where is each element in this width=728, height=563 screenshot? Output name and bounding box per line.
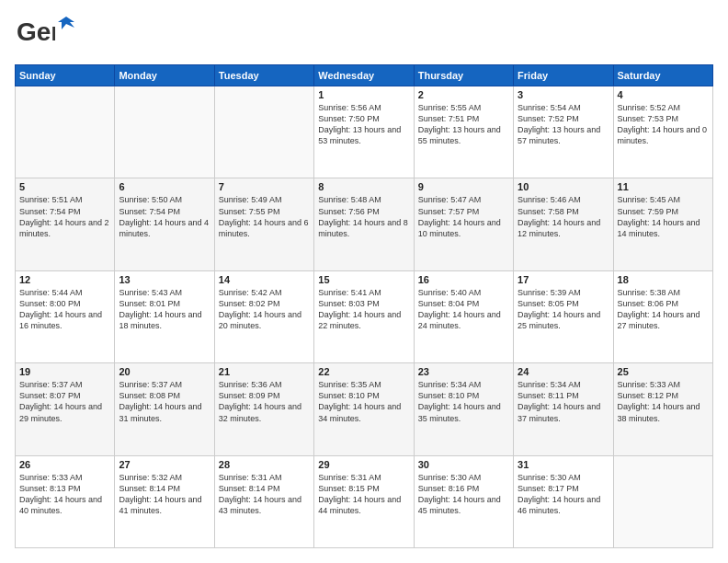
daylight-text: Daylight: 14 hours and 20 minutes.	[219, 309, 310, 331]
sunset-text: Sunset: 8:05 PM	[518, 298, 609, 309]
day-info: Sunrise: 5:46 AMSunset: 7:58 PMDaylight:…	[518, 194, 609, 239]
day-info: Sunrise: 5:31 AMSunset: 8:15 PMDaylight:…	[318, 472, 409, 517]
sunset-text: Sunset: 8:13 PM	[19, 483, 110, 494]
table-row: 7Sunrise: 5:49 AMSunset: 7:55 PMDaylight…	[214, 178, 313, 270]
day-info: Sunrise: 5:34 AMSunset: 8:10 PMDaylight:…	[418, 379, 509, 424]
daylight-text: Daylight: 14 hours and 31 minutes.	[119, 401, 210, 423]
sunset-text: Sunset: 7:50 PM	[318, 113, 409, 124]
logo: General	[15, 15, 55, 55]
day-number: 31	[518, 459, 609, 470]
day-info: Sunrise: 5:35 AMSunset: 8:10 PMDaylight:…	[318, 379, 409, 424]
col-saturday: Saturday	[613, 65, 712, 86]
table-row: 6Sunrise: 5:50 AMSunset: 7:54 PMDaylight…	[115, 178, 214, 270]
day-number: 2	[418, 89, 509, 100]
day-info: Sunrise: 5:39 AMSunset: 8:05 PMDaylight:…	[518, 287, 609, 332]
daylight-text: Daylight: 14 hours and 40 minutes.	[19, 494, 110, 516]
day-info: Sunrise: 5:56 AMSunset: 7:50 PMDaylight:…	[318, 102, 409, 147]
table-row: 23Sunrise: 5:34 AMSunset: 8:10 PMDayligh…	[414, 363, 513, 455]
day-info: Sunrise: 5:54 AMSunset: 7:52 PMDaylight:…	[518, 102, 609, 147]
sunrise-text: Sunrise: 5:56 AM	[318, 102, 409, 113]
sunset-text: Sunset: 8:07 PM	[19, 390, 110, 401]
table-row: 8Sunrise: 5:48 AMSunset: 7:56 PMDaylight…	[314, 178, 414, 270]
daylight-text: Daylight: 14 hours and 0 minutes.	[618, 124, 709, 146]
day-number: 9	[418, 181, 509, 192]
sunset-text: Sunset: 7:58 PM	[518, 206, 609, 217]
sunrise-text: Sunrise: 5:47 AM	[418, 194, 509, 205]
table-row: 31Sunrise: 5:30 AMSunset: 8:17 PMDayligh…	[514, 455, 613, 547]
sunrise-text: Sunrise: 5:48 AM	[318, 194, 409, 205]
daylight-text: Daylight: 14 hours and 12 minutes.	[518, 217, 609, 239]
daylight-text: Daylight: 14 hours and 34 minutes.	[318, 401, 409, 423]
day-info: Sunrise: 5:30 AMSunset: 8:16 PMDaylight:…	[418, 472, 509, 517]
sunset-text: Sunset: 8:17 PM	[518, 483, 609, 494]
calendar-week-row: 26Sunrise: 5:33 AMSunset: 8:13 PMDayligh…	[16, 455, 713, 547]
table-row: 10Sunrise: 5:46 AMSunset: 7:58 PMDayligh…	[514, 178, 613, 270]
day-info: Sunrise: 5:44 AMSunset: 8:00 PMDaylight:…	[19, 287, 110, 332]
day-info: Sunrise: 5:51 AMSunset: 7:54 PMDaylight:…	[19, 194, 110, 239]
day-number: 18	[618, 274, 709, 285]
sunrise-text: Sunrise: 5:31 AM	[219, 472, 310, 483]
sunset-text: Sunset: 7:54 PM	[119, 206, 210, 217]
calendar-week-row: 12Sunrise: 5:44 AMSunset: 8:00 PMDayligh…	[16, 270, 713, 362]
table-row	[214, 86, 313, 178]
sunset-text: Sunset: 8:04 PM	[418, 298, 509, 309]
sunset-text: Sunset: 7:57 PM	[418, 206, 509, 217]
sunset-text: Sunset: 8:16 PM	[418, 483, 509, 494]
daylight-text: Daylight: 14 hours and 14 minutes.	[618, 217, 709, 239]
day-number: 15	[318, 274, 409, 285]
sunrise-text: Sunrise: 5:37 AM	[119, 379, 210, 390]
sunrise-text: Sunrise: 5:31 AM	[318, 472, 409, 483]
table-row: 1Sunrise: 5:56 AMSunset: 7:50 PMDaylight…	[314, 86, 414, 178]
calendar-week-row: 5Sunrise: 5:51 AMSunset: 7:54 PMDaylight…	[16, 178, 713, 270]
daylight-text: Daylight: 14 hours and 29 minutes.	[19, 401, 110, 423]
sunrise-text: Sunrise: 5:32 AM	[119, 472, 210, 483]
sunrise-text: Sunrise: 5:38 AM	[618, 287, 709, 298]
table-row: 14Sunrise: 5:42 AMSunset: 8:02 PMDayligh…	[214, 270, 313, 362]
logo-icon: General	[15, 15, 55, 55]
day-number: 17	[518, 274, 609, 285]
logo-bird-icon	[56, 15, 76, 35]
day-number: 23	[418, 366, 509, 377]
col-wednesday: Wednesday	[314, 65, 414, 86]
table-row: 3Sunrise: 5:54 AMSunset: 7:52 PMDaylight…	[514, 86, 613, 178]
sunrise-text: Sunrise: 5:52 AM	[618, 102, 709, 113]
day-info: Sunrise: 5:48 AMSunset: 7:56 PMDaylight:…	[318, 194, 409, 239]
sunrise-text: Sunrise: 5:35 AM	[318, 379, 409, 390]
sunset-text: Sunset: 8:14 PM	[119, 483, 210, 494]
table-row: 21Sunrise: 5:36 AMSunset: 8:09 PMDayligh…	[214, 363, 313, 455]
day-info: Sunrise: 5:49 AMSunset: 7:55 PMDaylight:…	[219, 194, 310, 239]
daylight-text: Daylight: 14 hours and 27 minutes.	[618, 309, 709, 331]
sunrise-text: Sunrise: 5:49 AM	[219, 194, 310, 205]
day-number: 1	[318, 89, 409, 100]
sunrise-text: Sunrise: 5:30 AM	[418, 472, 509, 483]
day-info: Sunrise: 5:33 AMSunset: 8:12 PMDaylight:…	[618, 379, 709, 424]
day-number: 8	[318, 181, 409, 192]
calendar-page: General Sunday Monday Tuesday Wednesday	[0, 0, 728, 563]
day-info: Sunrise: 5:40 AMSunset: 8:04 PMDaylight:…	[418, 287, 509, 332]
table-row: 27Sunrise: 5:32 AMSunset: 8:14 PMDayligh…	[115, 455, 214, 547]
sunset-text: Sunset: 7:55 PM	[219, 206, 310, 217]
daylight-text: Daylight: 14 hours and 35 minutes.	[418, 401, 509, 423]
day-number: 26	[19, 459, 110, 470]
day-number: 7	[219, 181, 310, 192]
col-thursday: Thursday	[414, 65, 513, 86]
day-info: Sunrise: 5:50 AMSunset: 7:54 PMDaylight:…	[119, 194, 210, 239]
day-number: 14	[219, 274, 310, 285]
sunrise-text: Sunrise: 5:50 AM	[119, 194, 210, 205]
day-number: 28	[219, 459, 310, 470]
sunset-text: Sunset: 8:12 PM	[618, 390, 709, 401]
calendar-week-row: 19Sunrise: 5:37 AMSunset: 8:07 PMDayligh…	[16, 363, 713, 455]
table-row: 19Sunrise: 5:37 AMSunset: 8:07 PMDayligh…	[16, 363, 115, 455]
sunrise-text: Sunrise: 5:33 AM	[618, 379, 709, 390]
day-info: Sunrise: 5:37 AMSunset: 8:08 PMDaylight:…	[119, 379, 210, 424]
sunset-text: Sunset: 7:52 PM	[518, 113, 609, 124]
daylight-text: Daylight: 14 hours and 43 minutes.	[219, 494, 310, 516]
sunrise-text: Sunrise: 5:43 AM	[119, 287, 210, 298]
daylight-text: Daylight: 14 hours and 24 minutes.	[418, 309, 509, 331]
sunrise-text: Sunrise: 5:33 AM	[19, 472, 110, 483]
day-info: Sunrise: 5:43 AMSunset: 8:01 PMDaylight:…	[119, 287, 210, 332]
sunset-text: Sunset: 8:15 PM	[318, 483, 409, 494]
table-row	[613, 455, 712, 547]
table-row: 5Sunrise: 5:51 AMSunset: 7:54 PMDaylight…	[16, 178, 115, 270]
sunset-text: Sunset: 7:54 PM	[19, 206, 110, 217]
